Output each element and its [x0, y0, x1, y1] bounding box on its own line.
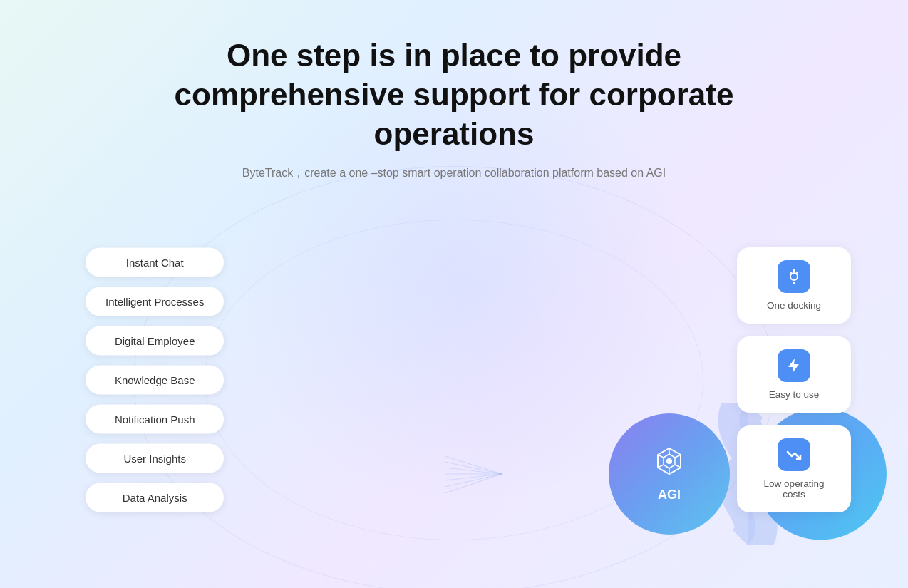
easy-to-use-icon [778, 349, 810, 382]
agi-icon [654, 445, 685, 483]
pill-digital-employee[interactable]: Digital Employee [86, 326, 224, 355]
svg-line-4 [675, 455, 681, 458]
header: One step is in place to provide comprehe… [133, 36, 775, 181]
right-features-list: One docking Easy to use [737, 247, 851, 512]
pill-knowledge-base[interactable]: Knowledge Base [86, 365, 224, 394]
svg-line-22 [796, 272, 798, 274]
svg-rect-24 [793, 282, 795, 284]
svg-line-17 [445, 474, 502, 487]
card-one-docking[interactable]: One docking [737, 247, 851, 324]
card-low-operating-costs[interactable]: Low operating costs [737, 425, 851, 512]
agi-label: AGI [658, 488, 681, 502]
svg-line-21 [790, 272, 792, 274]
low-costs-label: Low operating costs [757, 478, 831, 500]
svg-line-12 [445, 456, 502, 474]
pill-intelligent-processes[interactable]: Intelligent Processes [86, 287, 224, 316]
left-features-list: Instant ChatIntelligent ProcessesDigital… [86, 247, 224, 512]
sub-title: ByteTrack，create a one –stop smart opera… [133, 166, 775, 181]
pill-instant-chat[interactable]: Instant Chat [86, 247, 224, 277]
svg-line-7 [658, 465, 664, 468]
one-docking-label: One docking [767, 300, 821, 311]
svg-line-8 [658, 455, 664, 458]
pill-user-insights[interactable]: User Insights [86, 443, 224, 473]
main-title: One step is in place to provide comprehe… [133, 36, 775, 153]
page-container: One step is in place to provide comprehe… [0, 0, 908, 588]
content-area: Instant ChatIntelligent ProcessesDigital… [0, 171, 908, 588]
agi-circle: AGI [609, 413, 730, 535]
svg-line-13 [445, 462, 502, 474]
low-costs-icon [778, 438, 810, 471]
svg-line-5 [675, 465, 681, 468]
svg-line-14 [445, 468, 502, 474]
easy-to-use-label: Easy to use [769, 389, 820, 400]
svg-point-2 [666, 458, 672, 464]
card-easy-to-use[interactable]: Easy to use [737, 336, 851, 413]
left-connectors [445, 453, 587, 495]
pill-notification-push[interactable]: Notification Push [86, 404, 224, 433]
one-docking-icon [778, 260, 810, 293]
pill-data-analysis[interactable]: Data Analysis [86, 483, 224, 512]
